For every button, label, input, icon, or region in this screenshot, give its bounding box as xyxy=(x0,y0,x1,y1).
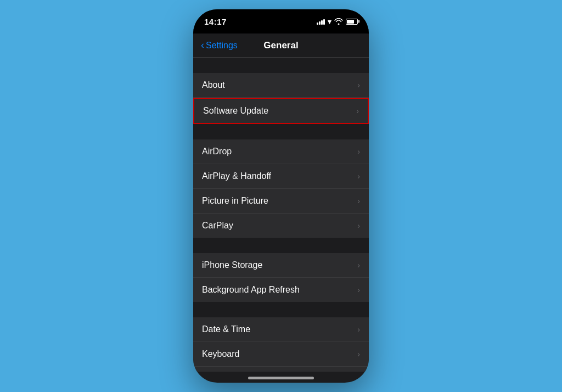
section-gap-4 xyxy=(193,302,369,317)
airdrop-right: › xyxy=(357,147,360,156)
nav-back-button[interactable]: ‹ Settings xyxy=(201,40,238,51)
chevron-right-icon: › xyxy=(357,350,360,359)
chevron-right-icon: › xyxy=(357,285,360,294)
airplay-right: › xyxy=(357,172,360,181)
background-app-refresh-label: Background App Refresh xyxy=(202,285,300,295)
list-item[interactable]: CarPlay › xyxy=(193,214,369,238)
keyboard-label: Keyboard xyxy=(202,349,240,359)
list-item[interactable]: iPhone Storage › xyxy=(193,253,369,278)
chevron-right-icon: › xyxy=(356,107,359,115)
date-time-right: › xyxy=(357,325,360,334)
list-item[interactable]: Picture in Picture › xyxy=(193,189,369,214)
status-icons: ▾ xyxy=(317,18,358,26)
chevron-right-icon: › xyxy=(357,81,360,89)
chevron-right-icon: › xyxy=(357,172,360,181)
signal-icon xyxy=(317,18,325,25)
section-1: About › Software Update › xyxy=(193,73,369,124)
nav-bar: ‹ Settings General xyxy=(193,33,369,58)
list-item[interactable]: Date & Time › xyxy=(193,317,369,342)
home-indicator xyxy=(248,377,314,379)
list-item[interactable]: About › xyxy=(193,73,369,98)
airdrop-label: AirDrop xyxy=(202,147,232,156)
section-3: iPhone Storage › Background App Refresh … xyxy=(193,253,369,302)
wifi-icon: ▾ xyxy=(328,18,331,26)
back-chevron-icon: ‹ xyxy=(201,40,204,51)
list-item[interactable]: Background App Refresh › xyxy=(193,278,369,302)
status-time: 14:17 xyxy=(204,17,227,26)
airplay-handoff-label: AirPlay & Handoff xyxy=(202,171,271,181)
section-gap-3 xyxy=(193,238,369,253)
section-gap-2 xyxy=(193,124,369,139)
chevron-right-icon: › xyxy=(357,261,360,270)
chevron-right-icon: › xyxy=(357,147,360,156)
software-update-label: Software Update xyxy=(203,106,268,116)
carplay-label: CarPlay xyxy=(202,221,233,231)
iphone-storage-right: › xyxy=(357,261,360,270)
iphone-storage-label: iPhone Storage xyxy=(202,260,262,270)
settings-content: About › Software Update › AirDrop › xyxy=(193,58,369,372)
keyboard-right: › xyxy=(357,350,360,359)
nav-back-label: Settings xyxy=(206,41,238,51)
phone-container: 14:17 ▾ ‹ Settings xyxy=(193,9,369,383)
section-4: Date & Time › Keyboard › Fonts › Languag… xyxy=(193,317,369,372)
picture-in-picture-label: Picture in Picture xyxy=(202,196,268,206)
chevron-right-icon: › xyxy=(357,221,360,230)
list-item[interactable]: Fonts › xyxy=(193,367,369,372)
section-2: AirDrop › AirPlay & Handoff › Picture in… xyxy=(193,139,369,238)
chevron-right-icon: › xyxy=(357,325,360,334)
carplay-right: › xyxy=(357,221,360,230)
about-right: › xyxy=(357,81,360,89)
status-bar: 14:17 ▾ xyxy=(193,9,369,33)
about-label: About xyxy=(202,80,225,90)
background-app-refresh-right: › xyxy=(357,285,360,294)
chevron-right-icon: › xyxy=(357,197,360,205)
section-gap-top xyxy=(193,58,369,73)
wifi-icon-svg xyxy=(334,18,343,25)
battery-icon xyxy=(346,19,358,25)
list-item[interactable]: AirPlay & Handoff › xyxy=(193,164,369,189)
software-update-row[interactable]: Software Update › xyxy=(193,98,369,124)
pip-right: › xyxy=(357,197,360,205)
software-update-right: › xyxy=(356,107,359,115)
date-time-label: Date & Time xyxy=(202,324,250,334)
list-item[interactable]: Keyboard › xyxy=(193,342,369,367)
nav-title: General xyxy=(263,40,298,51)
list-item[interactable]: AirDrop › xyxy=(193,139,369,164)
